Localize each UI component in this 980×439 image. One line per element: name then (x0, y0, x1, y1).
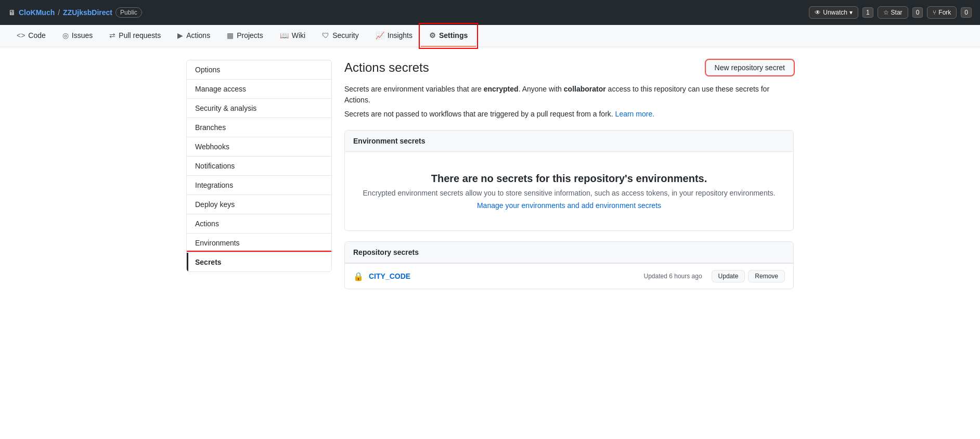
sidebar-item-integrations[interactable]: Integrations (187, 176, 331, 195)
repo-name[interactable]: ZZUjksbDirect (63, 8, 112, 17)
desc-mid: . Anyone with (519, 85, 564, 93)
tab-settings[interactable]: ⚙ Settings (421, 25, 476, 47)
repository-secrets-section: Repository secrets 🔒 CITY_CODE Updated 6… (344, 241, 794, 289)
main-layout: Options Manage access Security & analysi… (178, 60, 802, 289)
description-line1: Secrets are environment variables that a… (344, 84, 794, 106)
tab-projects-label: Projects (237, 31, 263, 40)
main-content: Actions secrets New repository secret Se… (344, 60, 794, 289)
description-line2: Secrets are not passed to workflows that… (344, 109, 794, 120)
fork-button[interactable]: ⑂ Fork (927, 6, 957, 19)
unwatch-button[interactable]: 👁 Unwatch ▾ (809, 6, 858, 19)
tab-pr-label: Pull requests (119, 31, 161, 40)
desc-prefix: Secrets are environment variables that a… (344, 85, 484, 93)
page-title: Actions secrets (344, 60, 429, 75)
sidebar-item-notifications[interactable]: Notifications (187, 157, 331, 176)
star-button[interactable]: ☆ Star (878, 6, 908, 19)
env-empty-title: There are no secrets for this repository… (353, 173, 785, 185)
actions-icon: ▶ (177, 31, 183, 40)
page-header: Actions secrets New repository secret (344, 60, 794, 75)
new-repository-secret-button[interactable]: New repository secret (706, 60, 794, 75)
star-icon: ☆ (883, 9, 889, 16)
sidebar-item-webhooks[interactable]: Webhooks (187, 137, 331, 157)
tab-issues-label: Issues (72, 31, 93, 40)
secret-name: CITY_CODE (369, 272, 644, 280)
sidebar-item-branches[interactable]: Branches (187, 118, 331, 137)
lock-icon: 🔒 (353, 272, 364, 281)
tab-insights[interactable]: 📈 Insights (367, 25, 421, 47)
tab-security[interactable]: 🛡 Security (314, 25, 367, 47)
desc-line2: Secrets are not passed to workflows that… (344, 110, 615, 118)
update-secret-button[interactable]: Update (712, 270, 745, 282)
star-count: 0 (912, 7, 923, 18)
visibility-badge: Public (115, 7, 142, 18)
tab-wiki[interactable]: 📖 Wiki (272, 25, 314, 47)
sidebar-item-secrets[interactable]: Secrets (187, 253, 331, 272)
sidebar-item-options[interactable]: Options (187, 60, 331, 80)
tab-insights-label: Insights (388, 31, 412, 40)
desc-encrypted: encrypted (484, 85, 519, 93)
nav-tabs: <> Code ◎ Issues ⇄ Pull requests ▶ Actio… (0, 25, 980, 47)
top-bar: 🖥 CloKMuch / ZZUjksbDirect Public 👁 Unwa… (0, 0, 980, 25)
sidebar-item-security-analysis[interactable]: Security & analysis (187, 99, 331, 118)
learn-more-link[interactable]: Learn more. (615, 110, 654, 118)
tab-code[interactable]: <> Code (8, 25, 54, 47)
unwatch-count: 1 (862, 7, 873, 18)
insights-icon: 📈 (376, 31, 384, 40)
unwatch-label: Unwatch (823, 9, 847, 16)
star-label: Star (891, 9, 902, 16)
tab-projects[interactable]: ▦ Projects (218, 25, 272, 47)
pr-icon: ⇄ (109, 31, 115, 40)
settings-sidebar: Options Manage access Security & analysi… (186, 60, 332, 272)
top-bar-actions: 👁 Unwatch ▾ 1 ☆ Star 0 ⑂ Fork 0 (809, 6, 972, 19)
fork-icon: ⑂ (933, 9, 936, 16)
secret-updated: Updated 6 hours ago (644, 273, 702, 280)
secret-row: 🔒 CITY_CODE Updated 6 hours ago Update R… (345, 263, 793, 289)
settings-icon: ⚙ (429, 31, 436, 40)
tab-settings-label: Settings (439, 31, 468, 40)
tab-security-label: Security (332, 31, 359, 40)
tab-pull-requests[interactable]: ⇄ Pull requests (101, 25, 169, 47)
sidebar-item-manage-access[interactable]: Manage access (187, 80, 331, 99)
chevron-down-icon: ▾ (849, 9, 853, 16)
tab-actions-label: Actions (186, 31, 210, 40)
manage-environments-link[interactable]: Manage your environments and add environ… (477, 201, 661, 210)
fork-label: Fork (938, 9, 951, 16)
issues-icon: ◎ (62, 31, 69, 40)
env-empty-desc: Encrypted environment secrets allow you … (353, 189, 785, 197)
path-separator: / (58, 8, 60, 17)
repo-icon: 🖥 (8, 8, 16, 17)
sidebar-item-actions[interactable]: Actions (187, 214, 331, 234)
code-icon: <> (17, 31, 25, 40)
remove-secret-button[interactable]: Remove (748, 270, 785, 282)
eye-icon: 👁 (815, 9, 821, 16)
repo-path: 🖥 CloKMuch / ZZUjksbDirect Public (8, 7, 142, 18)
env-secrets-header: Environment secrets (345, 131, 793, 152)
desc-collaborator: collaborator (564, 85, 606, 93)
tab-actions[interactable]: ▶ Actions (169, 25, 218, 47)
projects-icon: ▦ (227, 31, 234, 40)
tab-wiki-label: Wiki (292, 31, 305, 40)
wiki-icon: 📖 (280, 31, 289, 40)
fork-count: 0 (961, 7, 972, 18)
repo-secrets-header: Repository secrets (345, 242, 793, 263)
tab-code-label: Code (28, 31, 45, 40)
sidebar-item-environments[interactable]: Environments (187, 234, 331, 253)
security-icon: 🛡 (322, 31, 329, 40)
repo-owner[interactable]: CloKMuch (19, 8, 55, 17)
tab-issues[interactable]: ◎ Issues (54, 25, 101, 47)
env-secrets-body: There are no secrets for this repository… (345, 152, 793, 230)
sidebar-item-deploy-keys[interactable]: Deploy keys (187, 195, 331, 214)
environment-secrets-section: Environment secrets There are no secrets… (344, 130, 794, 231)
